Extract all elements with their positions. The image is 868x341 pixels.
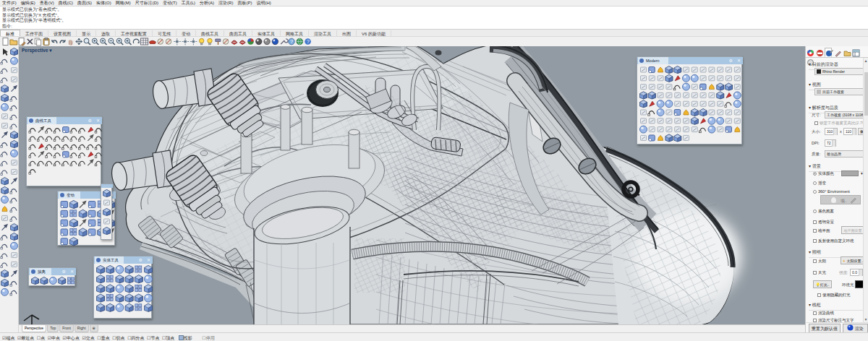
svg-text:?: ? (290, 38, 293, 45)
svg-text:?: ? (307, 38, 310, 45)
